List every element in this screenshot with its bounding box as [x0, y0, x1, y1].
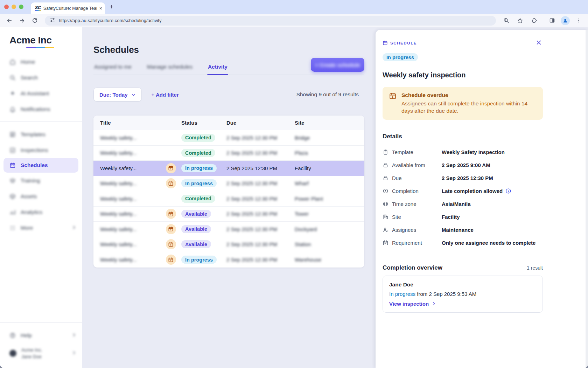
schedule-detail-panel: SCHEDULE In progress Weekly safety inspe…: [376, 30, 588, 368]
assets-icon: [9, 193, 16, 200]
table-header: Title Status Due Site: [93, 116, 364, 130]
sidebar-item-ai-assistant[interactable]: AI Assistant: [0, 85, 82, 101]
calendar-overdue-icon: [168, 257, 174, 263]
sidebar-item-help[interactable]: Help: [0, 327, 82, 343]
sidebar: Acme Inc Home Search AI Assistant: [0, 27, 82, 368]
calendar-icon: [383, 40, 388, 46]
table-row[interactable]: Weekly safety...Completed2 Sep 2025 12:3…: [93, 191, 364, 207]
table-row[interactable]: Weekly safety...Completed2 Sep 2025 12:3…: [93, 130, 364, 146]
overdue-alert: Schedule overdue Assignees can still com…: [383, 87, 543, 120]
org-logo-underline: [26, 47, 54, 48]
row-due: 2 Sep 2025 12:30 PM: [226, 211, 295, 217]
sidebar-item-notifications[interactable]: Notifications: [0, 101, 82, 117]
tab-close-icon[interactable]: ×: [99, 6, 102, 11]
row-status: Available: [181, 240, 226, 248]
sidebar-item-analytics[interactable]: Analytics: [0, 204, 82, 220]
detail-row: TemplateWeekly Safety Inspection: [383, 146, 588, 159]
sidebar-item-inspections[interactable]: Inspections: [0, 142, 82, 158]
tab-activity[interactable]: Activity: [207, 64, 228, 75]
sidebar-item-assets[interactable]: Assets: [0, 188, 82, 204]
detail-row: Due2 Sep 2025 12:30 PM: [383, 172, 588, 185]
row-due: 2 Sep 2025 12:30 PM: [226, 241, 295, 247]
panel-kicker: SCHEDULE: [383, 40, 588, 46]
site-controls-icon[interactable]: [50, 17, 55, 24]
table-row[interactable]: Weekly safety...Available2 Sep 2025 12:3…: [93, 222, 364, 237]
zoom-window-button[interactable]: [19, 5, 23, 9]
panel-bottom-divider: [383, 322, 543, 322]
browser-profile-avatar[interactable]: [561, 16, 570, 25]
tab-assigned-to-me[interactable]: Assigned to me: [93, 64, 132, 75]
table-row[interactable]: Weekly safety...In progress2 Sep 2025 12…: [93, 252, 364, 268]
table-row[interactable]: Weekly safety...In progress2 Sep 2025 12…: [93, 161, 364, 176]
page-title: Schedules: [93, 44, 364, 55]
sidebar-divider: [0, 121, 82, 122]
calendar-overdue-icon: [168, 242, 174, 247]
bookmark-star-icon[interactable]: [515, 15, 525, 26]
row-title: Weekly safety...: [93, 135, 160, 141]
forward-icon[interactable]: [17, 15, 27, 26]
row-site: Warehouse: [295, 257, 364, 263]
url-bar[interactable]: https://app.au.safetyculture.com/schedul…: [45, 16, 496, 26]
row-title: Weekly safety...: [93, 241, 160, 247]
minimize-window-button[interactable]: [12, 5, 16, 9]
detail-row: AssigneesMaintenance: [383, 223, 588, 236]
sidebar-bottom-divider: [0, 322, 82, 323]
tab-manage-schedules[interactable]: Manage schedules: [146, 64, 193, 75]
table-row[interactable]: Weekly safety...Available2 Sep 2025 12:3…: [93, 237, 364, 252]
detail-label: Template: [383, 149, 442, 155]
view-inspection-link[interactable]: View inspection: [389, 301, 536, 307]
close-window-button[interactable]: [4, 5, 9, 9]
sparkle-icon: [9, 90, 16, 97]
sidebar-item-home[interactable]: Home: [0, 54, 82, 70]
detail-value: Late completion allowed: [442, 188, 511, 194]
analytics-icon: [9, 209, 16, 215]
row-status: Available: [181, 210, 226, 218]
account-switcher[interactable]: Acme Inc. Jane Doe: [0, 343, 82, 363]
sidebar-item-search[interactable]: Search: [0, 70, 82, 85]
search-icon: [9, 75, 16, 81]
unlock-icon: [383, 175, 388, 181]
detail-value: 2 Sep 2025 12:30 PM: [442, 175, 493, 181]
account-user: Jane Doe: [21, 353, 42, 360]
row-overdue-cell: [160, 239, 181, 249]
detail-row: CompletionLate completion allowed: [383, 185, 588, 197]
detail-value: 2 Sep 2025 9:00 AM: [442, 162, 490, 168]
overdue-badge: [166, 224, 176, 234]
row-site: Power Plant: [295, 196, 364, 202]
calendar-check-icon: [383, 240, 388, 246]
detail-value: Asia/Manila: [442, 201, 471, 207]
sidebar-item-more[interactable]: More: [0, 220, 82, 236]
sidebar-item-templates[interactable]: Templates: [0, 126, 82, 142]
browser-tab[interactable]: SC SafetyCulture: Manage Teams and... ×: [31, 2, 105, 14]
sidebar-item-training[interactable]: Training: [0, 173, 82, 188]
new-tab-button[interactable]: +: [110, 3, 113, 11]
overdue-badge: [166, 178, 176, 188]
table-body: Weekly safety...Completed2 Sep 2025 12:3…: [93, 130, 364, 268]
add-filter-button[interactable]: + Add filter: [152, 92, 179, 98]
extensions-icon[interactable]: [529, 15, 539, 26]
row-site: Station: [295, 241, 364, 247]
browser-menu-icon[interactable]: [573, 15, 584, 26]
row-title: Weekly safety...: [93, 196, 160, 202]
sidebar-item-schedules[interactable]: Schedules: [4, 158, 78, 173]
browser-toolbar: https://app.au.safetyculture.com/schedul…: [0, 14, 588, 27]
side-panel-icon[interactable]: [547, 15, 557, 26]
alert-body: Assignees can still complete the inspect…: [401, 100, 532, 114]
close-panel-icon[interactable]: [536, 40, 542, 47]
calendar-alert-icon: [389, 92, 397, 100]
table-row[interactable]: Weekly safety...Completed2 Sep 2025 12:3…: [93, 146, 364, 161]
back-icon[interactable]: [4, 15, 15, 26]
calendar-icon: [9, 162, 16, 168]
due-filter-dropdown[interactable]: Due: Today: [93, 88, 142, 102]
chevron-right-icon: [72, 225, 76, 231]
table-row[interactable]: Weekly safety...In progress2 Sep 2025 12…: [93, 176, 364, 192]
account-org: Acme Inc.: [21, 347, 42, 353]
create-schedule-button[interactable]: + Create schedule: [311, 58, 364, 72]
alert-title: Schedule overdue: [401, 92, 532, 98]
table-row[interactable]: Weekly safety...Available2 Sep 2025 12:3…: [93, 207, 364, 222]
reload-icon[interactable]: [29, 15, 40, 26]
home-icon: [9, 59, 16, 65]
calendar-overdue-icon: [168, 165, 174, 171]
filter-row: Due: Today + Add filter Showing 9 out of…: [93, 88, 364, 102]
zoom-page-icon[interactable]: [501, 15, 511, 26]
